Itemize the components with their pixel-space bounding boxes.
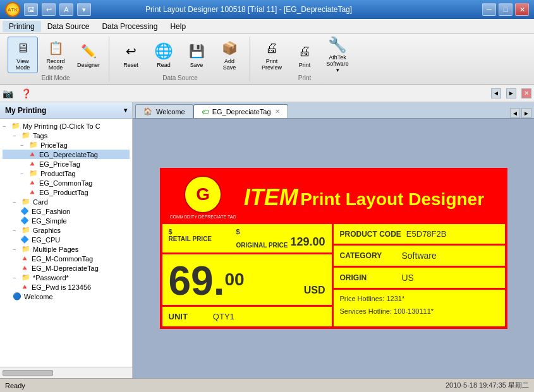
retail-dollar: $: [169, 228, 212, 235]
menu-datasource[interactable]: Data Source: [41, 21, 96, 32]
tree-eg-depreciatetag[interactable]: 🔺 EG_DepreciateTag: [3, 150, 130, 159]
add-save-button[interactable]: 📦 AddSave: [214, 37, 245, 73]
canvas: G COMMODITY DEPRECIATE TAG ITEM Print La…: [133, 119, 534, 378]
tab-nav-right[interactable]: ►: [521, 108, 531, 118]
tree-eg-m-commontag[interactable]: 🔺 EG_M-CommonTag: [3, 254, 130, 263]
tree-label-tags: Tags: [33, 132, 47, 140]
unit-label: UNIT: [169, 312, 188, 321]
footer-text-2: Services Hotline: 100-130111*: [340, 307, 434, 315]
quick-undo-btn[interactable]: ↩: [42, 3, 56, 16]
record-mode-button[interactable]: 📋 RecordMode: [40, 37, 71, 73]
original-price-section: $ ORIGINAL PRICE 129.00: [236, 228, 325, 249]
tab-eg-icon: 🏷: [202, 108, 209, 116]
tree-producttag[interactable]: − 📁 ProductTag: [3, 169, 130, 178]
tree-welcome[interactable]: 🔵 Welcome: [3, 292, 130, 301]
tree-eg-fashion[interactable]: 🔷 EG_Fashion: [3, 206, 130, 216]
read-icon: 🌐: [154, 41, 174, 61]
print-label: Print: [299, 62, 311, 69]
tree-label-eg-m-commontag: EG_M-CommonTag: [32, 255, 93, 263]
toggle-password: −: [13, 275, 19, 281]
tree-tags[interactable]: − 📁 Tags: [3, 131, 130, 140]
print-preview-button[interactable]: 🖨 PrintPreview: [257, 37, 287, 73]
tab-eg-close[interactable]: ✕: [275, 108, 280, 115]
tree-label-password: *Password*: [33, 274, 69, 282]
tab-eg-depreciatetag[interactable]: 🏷 EG_DepreciateTag ✕: [193, 104, 288, 118]
tree: − 📁 My Printing (D-Click To C − 📁 Tags −…: [0, 119, 132, 367]
help-icon[interactable]: ❓: [21, 88, 32, 98]
camera-icon[interactable]: 📷: [3, 88, 13, 98]
tree-eg-m-depreciatetag[interactable]: 🔺 EG_M-DepreciateTag: [3, 263, 130, 273]
tab-scroll-right[interactable]: ►: [506, 88, 516, 98]
title-bar: ATK 🖫 ↩ A ▾ Print Layout Designer 100518…: [0, 0, 534, 19]
save-button[interactable]: 💾 Save: [181, 37, 212, 73]
sidebar-scrollbar[interactable]: [0, 367, 132, 378]
app-logo: ATK: [5, 2, 20, 17]
tree-root[interactable]: − 📁 My Printing (D-Click To C: [3, 121, 130, 131]
athtek-software-button[interactable]: 🔧 AthTekSoftware ▾: [322, 37, 353, 73]
toggle-tags: −: [13, 133, 19, 139]
tree-eg-simple[interactable]: 🔷 EG_Simple: [3, 216, 130, 225]
tab-welcome-label: Welcome: [156, 108, 185, 116]
tag-left: $ RETAIL PRICE $ ORIGINAL PRICE 129.00: [162, 224, 334, 326]
save-icon: 💾: [186, 41, 207, 61]
menu-help[interactable]: Help: [164, 21, 192, 32]
record-mode-label: RecordMode: [46, 59, 64, 71]
reset-button[interactable]: ↩ Reset: [116, 37, 146, 73]
toolbar: 🖥 View Mode 📋 RecordMode ✏️ Designer Edi…: [0, 34, 534, 85]
tab-welcome[interactable]: 🏠 Welcome: [135, 104, 193, 118]
folder-icon-multiplepages: 📁: [21, 245, 30, 253]
minimize-button[interactable]: ─: [482, 3, 496, 16]
window-close[interactable]: ✕: [521, 88, 531, 98]
add-save-icon: 📦: [219, 39, 240, 57]
tree-card[interactable]: − 📁 Card: [3, 197, 130, 206]
tree-password[interactable]: − 📁 *Password*: [3, 273, 130, 282]
toolbar-group-editmode: 🖥 View Mode 📋 RecordMode ✏️ Designer Edi…: [3, 37, 109, 81]
tag-logo-sub: COMMODITY DEPRECIATE TAG: [170, 215, 236, 219]
view-mode-button[interactable]: 🖥 View Mode: [8, 37, 38, 73]
sidebar-dropdown[interactable]: ▾: [124, 107, 127, 114]
status-ready: Ready: [5, 382, 25, 389]
tag-logo-letter: G: [196, 184, 210, 205]
category-cell: CATEGORY Software: [334, 246, 505, 268]
toggle-producttag: −: [20, 170, 27, 177]
tree-graphics[interactable]: − 📁 Graphics: [3, 225, 130, 235]
folder-icon-graphics: 📁: [21, 226, 30, 234]
tag-main-price: 69. 00 USD: [162, 254, 332, 307]
designer-button[interactable]: ✏️ Designer: [73, 37, 104, 73]
tree-label-eg-pwd: EG_Pwd is 123456: [32, 283, 91, 291]
tree-pricetag[interactable]: − 📁 PriceTag: [3, 140, 130, 150]
sidebar-header: My Printing ▾: [0, 102, 132, 119]
icon-eg-fashion: 🔷: [20, 207, 29, 215]
read-label: Read: [157, 62, 171, 69]
toggle-multiplepages: −: [13, 246, 19, 252]
menu-printing[interactable]: Printing: [3, 21, 41, 32]
tree-eg-producttag[interactable]: 🔺 EG_ProductTag: [3, 187, 130, 197]
icon-eg-pricetag: 🔺: [28, 160, 37, 168]
scroll-handle[interactable]: [3, 370, 53, 376]
tab-scroll-left[interactable]: ◄: [491, 88, 501, 98]
print-button[interactable]: 🖨 Print: [289, 37, 320, 73]
content-area: 🏠 Welcome 🏷 EG_DepreciateTag ✕ ◄ ►: [133, 102, 534, 378]
close-button[interactable]: ✕: [515, 3, 529, 16]
tree-eg-pwd[interactable]: 🔺 EG_Pwd is 123456: [3, 282, 130, 292]
quick-font-btn[interactable]: A: [59, 3, 73, 16]
maximize-button[interactable]: □: [499, 3, 513, 16]
toggle-root: −: [3, 123, 9, 129]
product-code-cell: PRODUCT CODE E5D78F2B: [334, 224, 505, 246]
unit-value: QTY1: [213, 312, 234, 321]
origin-label: ORIGIN: [340, 273, 397, 282]
quick-dropdown-btn[interactable]: ▾: [77, 3, 91, 16]
tree-multiplepages[interactable]: − 📁 Multiple Pages: [3, 244, 130, 254]
print-preview-icon: 🖨: [262, 39, 282, 57]
quick-access-btn[interactable]: 🖫: [24, 3, 38, 16]
tree-eg-commontag[interactable]: 🔺 EG_CommonTag: [3, 178, 130, 187]
folder-icon-tags: 📁: [21, 131, 30, 140]
athtek-icon: 🔧: [327, 36, 348, 54]
read-button[interactable]: 🌐 Read: [149, 37, 179, 73]
tree-eg-pricetag[interactable]: 🔺 EG_PriceTag: [3, 159, 130, 169]
tab-nav-left[interactable]: ◄: [510, 108, 520, 118]
status-datetime: 2010-5-18 19:47:35 星期二: [446, 381, 529, 390]
tree-eg-cpu[interactable]: 🔷 EG_CPU: [3, 235, 130, 244]
menu-dataprocessing[interactable]: Data Processing: [95, 21, 164, 32]
folder-icon-producttag: 📁: [29, 169, 38, 177]
